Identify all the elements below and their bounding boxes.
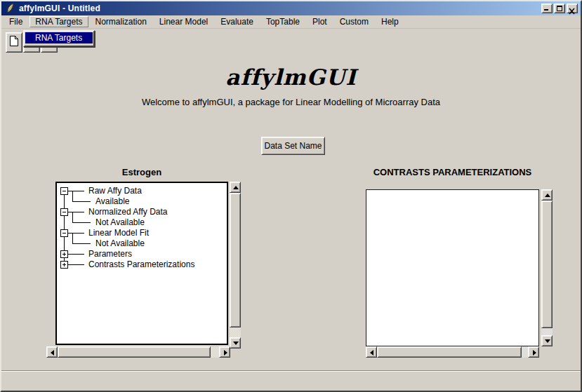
menu-item-plot[interactable]: Plot	[307, 16, 333, 27]
tree-connector-line	[72, 191, 73, 201]
tree-connector-line	[68, 233, 84, 234]
status-tree[interactable]: Raw Affy DataAvailableNormalized Affy Da…	[55, 182, 228, 345]
window-controls	[541, 4, 578, 13]
tree-item-label: Raw Affy Data	[88, 187, 142, 196]
status-bar	[1, 372, 581, 391]
welcome-text: Welcome to affylmGUI, a package for Line…	[1, 97, 581, 107]
arrow-left-icon	[370, 350, 373, 356]
menu-item-rna-targets[interactable]: RNA Targets	[29, 16, 88, 27]
tree-item[interactable]: Not Available	[57, 217, 227, 228]
tree-connector-line	[72, 201, 91, 202]
scroll-up-button[interactable]	[230, 182, 241, 193]
tree-item[interactable]: Available	[57, 196, 227, 207]
window-title: affylmGUI - Untitled	[19, 4, 541, 13]
arrow-down-icon	[545, 339, 550, 343]
tree-connector-line	[68, 212, 84, 212]
close-button[interactable]	[567, 4, 578, 13]
tree-item[interactable]: Parameters	[57, 249, 227, 259]
expand-icon[interactable]	[60, 250, 68, 258]
menu-item-evaluate[interactable]: Evaluate	[215, 16, 259, 27]
scrollbar-track[interactable]	[541, 201, 553, 335]
new-file-icon	[9, 35, 19, 50]
scroll-left-button[interactable]	[366, 346, 377, 358]
data-set-name-button[interactable]: Data Set Name	[261, 137, 325, 155]
app-window: affylmGUI - Untitled FileRNA TargetsNorm…	[0, 0, 582, 392]
tree-connector-line	[72, 243, 91, 244]
tree-item[interactable]: Raw Affy Data	[57, 186, 227, 196]
close-icon	[569, 5, 576, 12]
rna-targets-menu: RNA Targets	[23, 30, 95, 47]
minimize-icon	[544, 9, 548, 11]
scroll-down-button[interactable]	[230, 337, 241, 349]
left-panel-heading: Estrogen	[55, 167, 228, 178]
menu-item-custom[interactable]: Custom	[334, 16, 374, 27]
right-panel-heading: CONTRASTS PARAMETERIZATIONS	[366, 167, 539, 178]
menu-item-help[interactable]: Help	[376, 16, 404, 27]
expand-icon[interactable]	[60, 261, 68, 269]
left-panel-horizontal-scrollbar[interactable]	[46, 346, 230, 358]
app-title: affylmGUI	[1, 65, 581, 90]
scroll-down-button[interactable]	[541, 335, 553, 346]
menu-item-normalization[interactable]: Normalization	[90, 16, 152, 27]
tree-item-label: Normalized Affy Data	[88, 208, 168, 217]
scrollbar-thumb[interactable]	[58, 346, 211, 358]
minimize-button[interactable]	[541, 4, 553, 13]
menu-item-file[interactable]: File	[4, 16, 28, 27]
scrollbar-track[interactable]	[377, 346, 528, 358]
scroll-right-button[interactable]	[528, 346, 539, 358]
titlebar: affylmGUI - Untitled	[1, 1, 581, 15]
tree-item[interactable]: Contrasts Parameterizations	[57, 259, 227, 270]
tree-item-label: Linear Model Fit	[88, 229, 149, 238]
tree-item-label: Available	[95, 197, 129, 206]
tree-item[interactable]: Linear Model Fit	[57, 228, 227, 238]
tree-item-label: Not Available	[95, 239, 145, 248]
tree-item-label: Not Available	[95, 218, 145, 227]
scroll-right-button[interactable]	[219, 346, 230, 358]
left-panel-vertical-scrollbar[interactable]	[230, 182, 241, 349]
collapse-icon[interactable]	[60, 208, 68, 216]
menu-bar: FileRNA TargetsNormalizationLinear Model…	[1, 15, 581, 29]
scroll-left-button[interactable]	[46, 346, 58, 358]
scrollbar-thumb[interactable]	[230, 193, 241, 327]
tree-connector-line	[72, 212, 73, 222]
tree-item[interactable]: Normalized Affy Data	[57, 207, 227, 217]
tree-connector-line	[68, 191, 84, 191]
menu-item-toptable[interactable]: TopTable	[260, 16, 305, 27]
maximize-button[interactable]	[554, 4, 565, 13]
arrow-left-icon	[51, 350, 54, 356]
scrollbar-thumb[interactable]	[541, 201, 553, 328]
scrollbar-thumb[interactable]	[377, 346, 522, 358]
tree-item-label: Contrasts Parameterizations	[88, 260, 194, 269]
feather-app-icon	[4, 3, 15, 14]
tree-connector-line	[72, 222, 91, 223]
contrasts-listbox[interactable]	[366, 189, 539, 346]
scroll-up-button[interactable]	[541, 189, 553, 201]
collapse-icon[interactable]	[60, 229, 68, 237]
menu-option-rna-targets[interactable]: RNA Targets	[25, 32, 93, 43]
tree-connector-line	[72, 233, 73, 243]
scrollbar-track[interactable]	[58, 346, 219, 358]
arrow-up-icon	[545, 194, 550, 197]
tree-item-label: Parameters	[88, 250, 132, 259]
tree-item[interactable]: Not Available	[57, 238, 227, 249]
menu-item-linear-model[interactable]: Linear Model	[154, 16, 213, 27]
tree-connector-line	[68, 254, 84, 255]
scrollbar-track[interactable]	[230, 193, 241, 337]
tree-connector-line	[68, 264, 84, 265]
new-file-button[interactable]	[6, 32, 22, 53]
tree-rows: Raw Affy DataAvailableNormalized Affy Da…	[57, 183, 227, 344]
arrow-up-icon	[233, 186, 239, 189]
right-panel-vertical-scrollbar[interactable]	[541, 189, 553, 346]
arrow-down-icon	[233, 342, 239, 345]
right-panel-horizontal-scrollbar[interactable]	[366, 346, 539, 358]
maximize-icon	[557, 6, 562, 11]
collapse-icon[interactable]	[60, 187, 68, 195]
arrow-right-icon	[224, 350, 227, 356]
arrow-right-icon	[533, 350, 536, 356]
